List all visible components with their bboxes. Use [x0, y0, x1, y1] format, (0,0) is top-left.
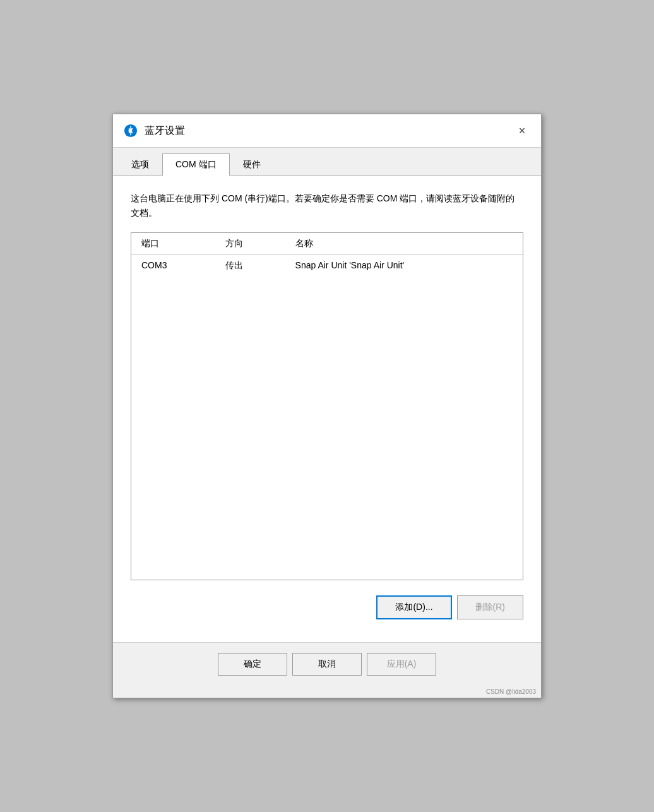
table-header-row: 端口 方向 名称 [131, 233, 523, 255]
cell-name: Snap Air Unit 'Snap Air Unit' [285, 254, 523, 277]
title-bar: 蓝牙设置 × [113, 114, 541, 148]
tab-com-port[interactable]: COM 端口 [162, 153, 230, 176]
col-header-direction: 方向 [215, 233, 285, 255]
footer: 确定 取消 应用(A) [113, 642, 541, 686]
cancel-button[interactable]: 取消 [292, 653, 362, 676]
ok-button[interactable]: 确定 [218, 653, 287, 676]
col-header-port: 端口 [131, 233, 215, 255]
com-port-table-container: 端口 方向 名称 COM3 传出 Snap Air Unit 'Snap Air… [131, 232, 523, 580]
bluetooth-icon [123, 123, 138, 138]
dialog-title: 蓝牙设置 [145, 124, 185, 138]
close-button[interactable]: × [513, 122, 531, 140]
cell-port: COM3 [131, 254, 215, 277]
tab-hardware[interactable]: 硬件 [230, 153, 274, 176]
description-text: 这台电脑正在使用下列 COM (串行)端口。若要确定你是否需要 COM 端口，请… [131, 191, 523, 220]
cell-direction: 传出 [215, 254, 285, 277]
add-button[interactable]: 添加(D)... [376, 595, 451, 619]
col-header-name: 名称 [285, 233, 523, 255]
table-empty-area [131, 277, 523, 580]
title-left: 蓝牙设置 [123, 123, 185, 138]
content-area: 这台电脑正在使用下列 COM (串行)端口。若要确定你是否需要 COM 端口，请… [113, 176, 541, 642]
tab-bar: 选项 COM 端口 硬件 [113, 148, 541, 176]
action-buttons-row: 添加(D)... 删除(R) [131, 593, 523, 619]
tab-options[interactable]: 选项 [118, 153, 162, 176]
apply-button[interactable]: 应用(A) [367, 653, 436, 676]
delete-button[interactable]: 删除(R) [457, 595, 523, 619]
table-row[interactable]: COM3 传出 Snap Air Unit 'Snap Air Unit' [131, 254, 523, 277]
com-port-table: 端口 方向 名称 COM3 传出 Snap Air Unit 'Snap Air… [131, 233, 523, 580]
bluetooth-settings-dialog: 蓝牙设置 × 选项 COM 端口 硬件 这台电脑正在使用下列 COM (串行)端… [112, 114, 542, 698]
watermark: CSDN @lida2003 [113, 686, 541, 698]
